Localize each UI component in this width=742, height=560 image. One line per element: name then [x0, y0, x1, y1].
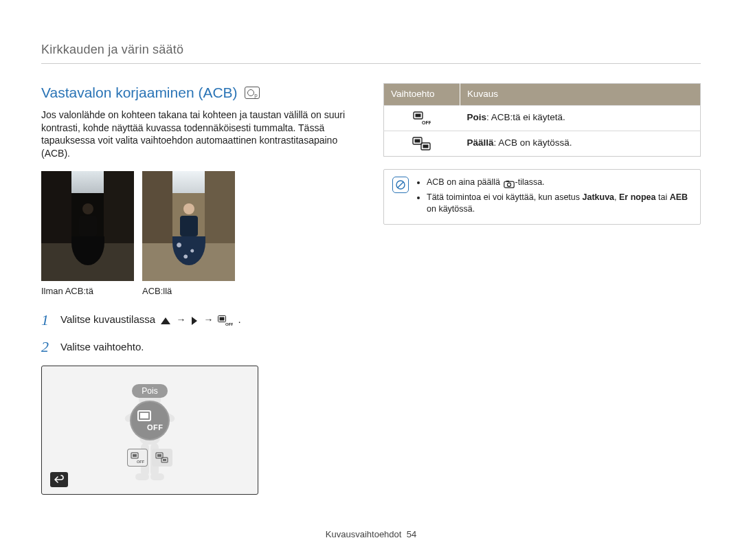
info-bullet-2: Tätä toimintoa ei voi käyttää, kun asetu…: [427, 192, 690, 215]
svg-rect-29: [423, 144, 429, 148]
lcd-option-label: Pois: [127, 384, 172, 398]
footer-page-number: 54: [407, 529, 416, 539]
svg-rect-27: [415, 139, 420, 142]
svg-text:OFF: OFF: [225, 322, 233, 326]
svg-text:OFF: OFF: [147, 423, 164, 432]
svg-marker-0: [161, 317, 170, 324]
lcd-option-off[interactable]: OFF: [127, 449, 148, 467]
example-photo-with-acb: [142, 171, 235, 281]
section-heading: Vastavalon korjaaminen (ACB): [41, 83, 359, 102]
step-1: 1 Valitse kuvaustilassa → →: [41, 310, 359, 331]
step-1-text: Valitse kuvaustilassa → → OFF: [60, 313, 241, 326]
breadcrumb: Kirkkauden ja värin säätö: [41, 41, 701, 62]
option-icon-off: OFF: [384, 105, 460, 131]
right-column: Vaihtoehto Kuvaus OFF: [383, 83, 701, 495]
divider: [41, 63, 701, 64]
info-bullet-1: ACB on aina päällä -tilassa.: [427, 177, 690, 190]
section-title: Vastavalon korjaaminen (ACB): [41, 83, 238, 102]
camera-mode-icon: [245, 87, 260, 99]
svg-rect-11: [135, 473, 149, 480]
step-number: 2: [41, 337, 54, 357]
arrow-icon: →: [204, 314, 216, 325]
svg-point-34: [507, 183, 510, 186]
svg-rect-20: [157, 454, 161, 457]
svg-text:OFF: OFF: [137, 460, 145, 464]
svg-marker-1: [192, 317, 197, 325]
info-icon: [392, 177, 409, 193]
svg-rect-14: [140, 413, 148, 418]
svg-rect-3: [220, 317, 225, 320]
svg-text:OFF: OFF: [422, 120, 431, 125]
arrow-icon: →: [176, 314, 188, 325]
step-2-text: Valitse vaihtoehto.: [60, 340, 144, 354]
up-arrow-icon: [160, 317, 171, 325]
footer-chapter: Kuvausvaihtoehdot: [326, 529, 402, 539]
example-photo-row: [41, 171, 359, 281]
left-column: Vastavalon korjaaminen (ACB) Jos valonlä…: [41, 83, 359, 495]
example-photo-without-acb: [41, 171, 134, 281]
option-desc-off: Pois: ACB:tä ei käytetä.: [460, 105, 701, 131]
section-body: Jos valonlähde on kohteen takana tai koh…: [41, 109, 359, 161]
option-desc-on: Päällä: ACB on käytössä.: [460, 131, 701, 156]
step-2: 2 Valitse vaihtoehto.: [41, 337, 359, 357]
svg-rect-12: [150, 473, 164, 480]
info-box: ACB on aina päällä -tilassa. Tätä toimin…: [383, 169, 701, 225]
caption-with-acb: ACB:llä: [142, 285, 235, 298]
camera-mode-icon: [504, 179, 515, 189]
lcd-back-button[interactable]: [50, 472, 68, 487]
option-icon-on: [384, 131, 460, 156]
svg-rect-17: [133, 454, 137, 457]
page-footer: Kuvausvaihtoehdot 54: [0, 528, 742, 541]
step-number: 1: [41, 310, 54, 331]
table-header-description: Kuvaus: [460, 84, 701, 105]
svg-rect-33: [506, 181, 509, 182]
lcd-acb-off-big-icon[interactable]: OFF: [130, 401, 170, 440]
svg-line-31: [398, 182, 403, 188]
svg-rect-24: [416, 113, 421, 117]
table-header-option: Vaihtoehto: [384, 84, 460, 105]
svg-rect-22: [163, 459, 166, 461]
example-photo-captions: Ilman ACB:tä ACB:llä: [41, 285, 359, 298]
camera-lcd-screenshot: Pois OFF: [41, 366, 258, 495]
acb-off-icon: OFF: [218, 315, 233, 326]
table-row: OFF Pois: ACB:tä ei käytetä.: [384, 105, 701, 131]
right-chevron-icon: [190, 316, 199, 326]
manual-page: Kirkkauden ja värin säätö Vastavalon kor…: [0, 0, 742, 560]
caption-without-acb: Ilman ACB:tä: [41, 285, 134, 298]
table-row: Päällä: ACB on käytössä.: [384, 131, 701, 156]
lcd-option-on[interactable]: [152, 449, 172, 467]
info-list: ACB on aina päällä -tilassa. Tätä toimin…: [416, 177, 690, 218]
options-table: Vaihtoehto Kuvaus OFF: [383, 83, 701, 156]
